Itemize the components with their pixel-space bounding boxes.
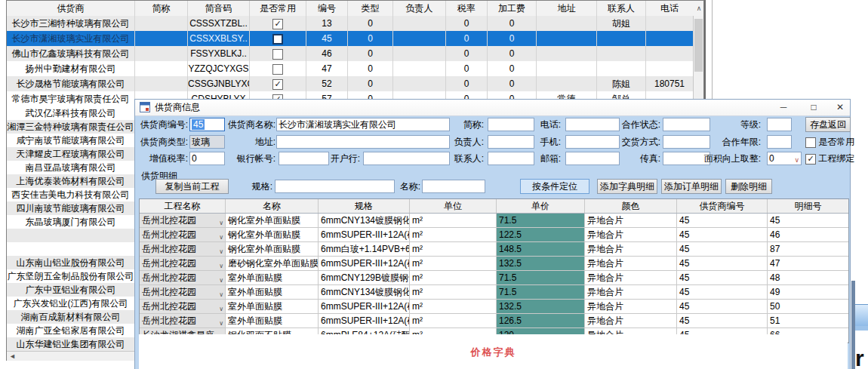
add-dictionary-detail-button[interactable]: 添加字典明细 [597, 179, 657, 194]
minimize-button[interactable]: ─ [773, 100, 794, 115]
grade-field[interactable] [767, 118, 792, 131]
common-checkbox[interactable] [272, 64, 283, 75]
delete-detail-button[interactable]: 删除明细 [725, 179, 772, 194]
col-header-spec[interactable]: 规格 [319, 199, 410, 213]
mobile-field[interactable] [565, 135, 620, 149]
dialog-titlebar[interactable]: 供货商信息 ─ □ ✕ [135, 100, 850, 116]
cell-phone [646, 61, 693, 76]
contact-field[interactable] [488, 152, 534, 165]
col-header-project[interactable]: 工程名称 [140, 199, 226, 213]
add-order-detail-button[interactable]: 添加订单明细 [661, 179, 722, 194]
common-checkbox[interactable] [272, 49, 283, 60]
common-checkbox[interactable] [272, 79, 283, 90]
price-cell[interactable]: 148.5 [497, 242, 585, 256]
col-header-detail-no[interactable]: 明细号 [768, 199, 848, 213]
col-header-short-name[interactable]: 简称 [135, 1, 188, 16]
col-header-id[interactable]: 编号 [306, 1, 348, 16]
maximize-button[interactable]: □ [803, 100, 824, 115]
col-header-color[interactable]: 颜色 [585, 199, 677, 213]
project-bind-checkbox[interactable]: 工程绑定 [805, 152, 854, 165]
chevron-down-icon: ∨ [219, 317, 223, 327]
vat-rate-field[interactable]: 0 [189, 152, 225, 165]
detail-row[interactable]: 岳州北控花园∨ 室外单面贴膜 6mmCNY134镀膜钢化 m² 71.5 异地合… [140, 285, 848, 300]
col-header-supplier-no[interactable]: 供货商编号 [677, 199, 768, 213]
cell-fee: 0 [488, 16, 537, 31]
phone-field[interactable] [565, 118, 620, 131]
spec-filter-field[interactable] [275, 180, 395, 193]
cell-id: 52 [306, 76, 348, 91]
supplier-type-field[interactable]: 玻璃 [189, 135, 225, 149]
table-row-selected[interactable]: 长沙市潇湘玻璃实业有限公司 CSSXXBLSY.. 45 0 0 0 [7, 31, 703, 47]
detail-row[interactable]: 岳州北控花园∨ 室外单面贴膜 6mmSUPER-III+12A(硅... m² … [140, 314, 848, 328]
bank-account-field[interactable] [279, 152, 329, 165]
price-cell[interactable]: 132.5 [497, 300, 585, 313]
supplier-no-field[interactable]: 45 [189, 118, 225, 131]
col-header-code[interactable]: 简音码 [188, 1, 250, 16]
col-header-type[interactable]: 类型 [348, 1, 393, 16]
detail-row[interactable]: 岳州北控花园∨ 室外单面贴膜 6mmSUPER-III+12A(硅... m² … [140, 300, 848, 314]
locate-by-condition-button[interactable]: 按条件定位 [520, 179, 589, 194]
price-cell[interactable]: 71.5 [497, 271, 585, 284]
save-return-button[interactable]: 存盘返回 [805, 117, 851, 132]
price-cell[interactable]: 126.5 [497, 314, 585, 327]
project-combobox[interactable]: 岳州北控花园∨ [140, 242, 226, 256]
price-cell[interactable]: 132.5 [497, 257, 585, 270]
col-header-address[interactable]: 地址 [537, 1, 597, 16]
project-combobox[interactable]: 岳州北控花园∨ [140, 271, 226, 284]
col-header-manager[interactable]: 负责人 [393, 1, 446, 16]
supplier-type-label: 供货商类型: [137, 135, 188, 149]
name-filter-field[interactable] [422, 180, 485, 193]
cell-manager [393, 76, 446, 91]
short-name-field[interactable] [488, 118, 534, 131]
table-row[interactable]: 长沙市三湘特种玻璃有限公司 CSSSXTZBL.. 13 0 0 0 胡姐 [7, 16, 703, 32]
supplier-name-field[interactable]: 长沙市潇湘玻璃实业有限公司 [276, 118, 450, 131]
detail-row[interactable]: 岳州北控花园∨ 钢化室外单面贴膜 6mm白玻+1.14PVB+6mm... m²… [140, 242, 848, 257]
table-row[interactable]: 扬州中勤建材有限公司 YZZQJCYXGS 47 0 0 0 [7, 61, 703, 77]
col-header-common[interactable]: 是否常用 [250, 1, 306, 16]
price-cell[interactable]: 71.5 [497, 285, 585, 299]
project-combobox[interactable]: 岳州北控花园∨ [140, 314, 226, 327]
email-field[interactable] [565, 152, 620, 165]
col-header-supplier[interactable]: 供货商 [7, 1, 135, 16]
scroll-up-icon[interactable]: ∧ [694, 3, 703, 14]
col-header-unit[interactable]: 单位 [410, 199, 497, 213]
detail-row[interactable]: 岳州北控花园∨ 钢化室外单面贴膜 6mmCNY134镀膜钢化 m² 71.5 异… [140, 214, 848, 228]
project-combobox[interactable]: 岳州北控花园∨ [140, 257, 226, 270]
manager-field[interactable] [488, 135, 534, 149]
project-combobox[interactable]: 岳州北控花园∨ [140, 228, 226, 241]
col-header-contact[interactable]: 联系人 [597, 1, 646, 16]
project-combobox[interactable]: 岳州北控花园∨ [140, 300, 226, 313]
project-combobox[interactable]: 岳州北控花园∨ [140, 285, 226, 299]
price-cell[interactable]: 71.5 [497, 214, 585, 227]
copy-current-project-button[interactable]: 复制当前工程 [155, 179, 229, 194]
coop-years-field[interactable] [767, 135, 792, 149]
col-header-fee[interactable]: 加工费 [488, 1, 537, 16]
common-checkbox[interactable] [272, 19, 283, 29]
scroll-left-icon[interactable]: ◄ [9, 352, 16, 361]
address-field[interactable] [276, 135, 450, 149]
table-row[interactable]: 长沙晟格节能玻璃有限公司 CSSGJNBLYXGS 52 0 0 0 陈姐 18… [7, 76, 703, 92]
cell-code: CSSGJNBLYXGS [188, 76, 250, 91]
cell-address [537, 76, 597, 91]
detail-row[interactable]: 岳州北控花园∨ 磨砂钢化室外单面贴膜 6mmSUPER-III+12A(硅...… [140, 257, 848, 271]
project-combobox[interactable]: 岳州北控花园∨ [140, 214, 226, 227]
scrollbar-thumb[interactable] [694, 19, 703, 72]
vat-rate-label: 增值税率: [137, 152, 188, 165]
cell-id: 46 [306, 46, 348, 61]
detail-row[interactable]: 岳州北控花园∨ 室外单面贴膜 6mmCNY129B镀膜钢化 m² 71.5 异地… [140, 271, 848, 285]
cell-address [537, 61, 597, 76]
table-row[interactable]: 佛山市亿鑫玻璃科技有限公司 FSSYXBLKJ.. 46 0 0 0 [7, 46, 703, 62]
coop-status-field[interactable] [663, 118, 710, 131]
common-use-checkbox[interactable]: 是否常用 [805, 135, 854, 149]
col-header-tax[interactable]: 税率 [446, 1, 488, 16]
price-cell[interactable]: 122.5 [497, 228, 585, 241]
area-round-combobox[interactable]: 0∨ [767, 152, 802, 165]
close-button[interactable]: ✕ [830, 100, 851, 115]
col-header-phone[interactable]: 电话 [646, 1, 693, 16]
col-header-name[interactable]: 名称 [226, 199, 319, 213]
col-header-price[interactable]: 单价 [497, 199, 585, 213]
cell-phone: 180751 [646, 76, 693, 91]
bank-name-field[interactable] [363, 152, 450, 165]
common-checkbox[interactable] [272, 34, 283, 45]
detail-row[interactable]: 岳州北控花园∨ 钢化室外单面贴膜 6mmSUPER-III+12A(硅... m… [140, 228, 848, 242]
